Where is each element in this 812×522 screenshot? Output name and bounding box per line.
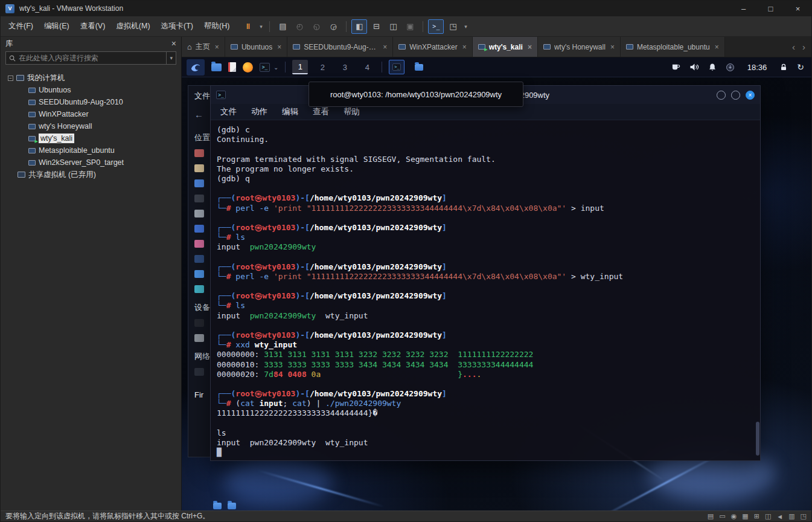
menu-item-4[interactable]: 选项卡(T) [156,19,199,34]
minimize-button[interactable]: – [730,1,757,16]
file-manager-icon[interactable] [211,63,222,71]
fm-place-icon[interactable] [194,195,204,202]
folder-icon[interactable] [228,503,236,509]
usb-icon[interactable]: ◫ [765,512,771,520]
session-refresh-icon[interactable]: ↻ [797,62,804,72]
terminal-menu-item-3[interactable]: 查看 [313,106,329,117]
tree-item-my-computer[interactable]: −我的计算机 [1,72,181,84]
file-manager-window-button[interactable] [411,60,427,74]
tab-close-icon[interactable]: × [610,43,615,51]
back-arrow-icon[interactable]: ← [194,109,203,120]
message-log-icon[interactable]: ▤ [708,512,714,520]
fm-menu-file[interactable]: 文件 [194,91,210,102]
terminal-scrollbar[interactable] [755,122,759,459]
kali-menu-icon[interactable] [187,59,205,76]
tab-close-icon[interactable]: × [215,43,219,51]
workspace-4[interactable]: 4 [359,60,375,74]
hard-disk-icon[interactable]: ▭ [719,512,725,520]
search-dropdown-icon[interactable]: ▾ [166,52,173,64]
fm-place-icon[interactable] [194,179,204,187]
firefox-icon[interactable] [243,62,253,72]
tree-item-Win2kServer_SP0_target[interactable]: Win2kServer_SP0_target [1,156,181,169]
close-button[interactable]: × [784,1,811,16]
network-status-icon[interactable] [726,63,735,72]
floppy-icon[interactable]: ▦ [742,512,748,520]
unity-mode-icon[interactable]: ◫ [385,19,401,34]
fit-guest-icon[interactable]: ◳ [801,512,807,520]
terminal-scrollbar-thumb[interactable] [756,422,759,456]
tab-close-icon[interactable]: × [277,43,281,51]
fullscreen-menu-icon[interactable]: ▾ [462,19,469,34]
snapshot-manager-icon[interactable]: ◶ [325,19,341,34]
tabs-scroll-right-icon[interactable]: › [802,42,805,52]
network-adapter-icon[interactable]: ⊞ [754,512,759,520]
fm-place-icon[interactable] [194,270,204,278]
suspend-menu-icon[interactable]: ▾ [257,19,264,34]
fm-place-icon[interactable] [194,334,204,342]
fm-place-icon[interactable] [194,164,204,172]
fm-place-icon[interactable] [194,368,204,376]
workspace-1[interactable]: 1 [292,60,308,74]
panel-clock[interactable]: 18:36 [747,63,767,72]
terminal-menu-item-2[interactable]: 编辑 [282,106,298,117]
fm-place-icon[interactable] [194,240,204,248]
tab-wty's_kali[interactable]: ▶wty's_kali× [473,37,538,57]
folder-icon[interactable] [213,503,222,509]
fm-place-icon[interactable] [194,225,204,233]
appliance-view-icon[interactable]: ▣ [402,19,418,34]
terminal-menu-item-0[interactable]: 文件 [220,106,237,117]
fm-place-icon[interactable] [194,319,204,327]
terminal-menu-item-4[interactable]: 帮助 [344,106,360,117]
text-editor-icon[interactable] [228,62,236,72]
tree-expander-icon[interactable]: − [8,76,13,81]
suspend-button[interactable]: ‖ [240,19,256,34]
menu-item-0[interactable]: 文件(F) [3,19,39,34]
menu-item-2[interactable]: 查看(V) [75,19,111,34]
terminal-close-button[interactable]: × [746,91,755,100]
sound-icon[interactable]: ◄ [776,513,783,520]
menu-item-3[interactable]: 虚拟机(M) [110,19,155,34]
notifications-bell-icon[interactable] [708,63,717,71]
workspace-3[interactable]: 3 [337,60,353,74]
terminal-window-button[interactable]: >_ [389,60,404,74]
tree-item-WinXPattacker[interactable]: WinXPattacker [1,108,181,120]
tree-item-shared-vms[interactable]: 共享虚拟机 (已弃用) [1,169,181,181]
send-ctrl-alt-del-icon[interactable]: ▤ [275,19,290,34]
terminal-minimize-button[interactable] [717,91,726,100]
terminal-content[interactable]: (gdb) cContinuing. Program terminated wi… [211,120,760,460]
tree-item-wty's Honeywall[interactable]: wty's Honeywall [1,120,181,132]
workspace-2[interactable]: 2 [315,60,330,74]
tree-item-Ubuntuos[interactable]: Ubuntuos [1,84,181,96]
tab-WinXPattacker[interactable]: WinXPattacker× [393,37,472,57]
library-search[interactable]: ▾ [5,51,176,65]
terminal-dropdown-icon[interactable]: ⌄ [273,64,278,71]
maximize-button[interactable]: □ [757,1,784,16]
search-input[interactable] [19,54,163,62]
tab-Metasploitable_ubuntu[interactable]: Metasploitable_ubuntu× [621,37,725,57]
printer-icon[interactable]: ▥ [788,512,794,520]
snapshot-take-icon[interactable]: ◴ [292,19,307,34]
fullscreen-icon[interactable]: ◳ [445,19,461,34]
fm-place-icon[interactable] [194,149,204,157]
snapshot-revert-icon[interactable]: ◵ [308,19,324,34]
tab-SEEDUbuntu9-Aug-2010[interactable]: SEEDUbuntu9-Aug-2010× [287,37,393,57]
coffee-cup-icon[interactable] [671,63,680,71]
show-library-icon[interactable]: ◧ [351,19,367,34]
console-view-icon[interactable]: >_ [428,19,444,34]
tab-wty's Honeywall[interactable]: wty's Honeywall× [538,37,621,57]
menu-item-5[interactable]: 帮助(H) [199,19,235,34]
fm-place-icon[interactable] [194,285,204,293]
library-close-icon[interactable]: × [171,39,176,48]
terminal-launcher-icon[interactable]: >_ [260,63,270,72]
fm-place-icon[interactable] [194,210,204,218]
tab-close-icon[interactable]: × [462,43,467,51]
tabs-scroll-left-icon[interactable]: ‹ [792,42,795,52]
screen-lock-icon[interactable] [779,63,788,71]
show-thumbnail-bar-icon[interactable]: ⊟ [368,19,384,34]
tree-item-SEEDUbuntu9-Aug-2010[interactable]: SEEDUbuntu9-Aug-2010 [1,96,181,108]
tab-close-icon[interactable]: × [528,43,532,51]
tab-Ubuntuos[interactable]: Ubuntuos× [225,37,287,57]
file-manager-window[interactable]: 文件←位置设备网络Fir [188,85,210,457]
tree-item-Metasploitable_ubuntu[interactable]: Metasploitable_ubuntu [1,144,181,156]
tree-item-wty's_kali[interactable]: ▶wty's_kali [1,132,181,144]
